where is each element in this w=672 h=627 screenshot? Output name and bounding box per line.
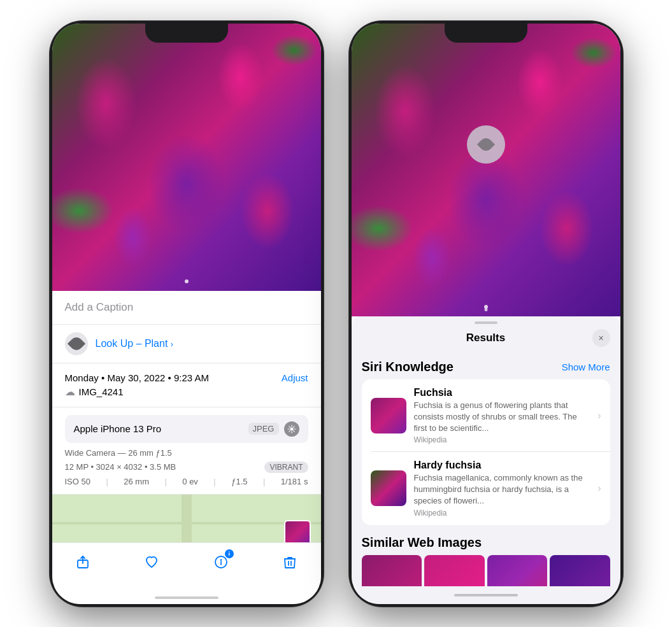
home-bar: [155, 596, 218, 599]
info-button[interactable]: i: [210, 551, 232, 574]
fuchsia-source: Wikipedia: [414, 435, 590, 444]
share-button[interactable]: [71, 551, 94, 574]
results-sheet: Results × Siri Knowledge Show More: [352, 316, 620, 604]
siri-knowledge-title: Siri Knowledge: [362, 360, 454, 374]
heart-button[interactable]: [140, 551, 163, 574]
filename: IMG_4241: [79, 386, 124, 397]
exif-iso: ISO 50: [65, 477, 90, 486]
exif-focal: 26 mm: [124, 477, 149, 486]
jpeg-badge: JPEG: [248, 423, 279, 435]
trash-button[interactable]: [278, 551, 301, 574]
device-row: Apple iPhone 13 Pro JPEG: [65, 415, 308, 443]
device-name: Apple iPhone 13 Pro: [74, 423, 162, 434]
specs-row: 12 MP • 3024 × 4032 • 3.5 MB VIBRANT: [65, 461, 308, 473]
caption-area[interactable]: Add a Caption: [52, 291, 321, 325]
phone-notch: [145, 21, 228, 43]
meta-date: Monday • May 30, 2022 • 9:23 AM: [65, 372, 209, 383]
fuchsia-name: Fuchsia: [414, 387, 590, 398]
siri-knowledge-header: Siri Knowledge Show More: [362, 360, 610, 374]
home-indicator-1: [52, 591, 321, 604]
similar-image-3[interactable]: [487, 555, 548, 586]
similar-image-1[interactable]: [362, 555, 422, 586]
similar-section: Similar Web Images: [362, 535, 610, 586]
fuchsia-thumbnail: [371, 398, 406, 433]
siri-bubble: [467, 125, 505, 164]
photo-area-1[interactable]: [52, 24, 321, 291]
hardy-source: Wikipedia: [414, 509, 590, 518]
exif-ev: 0 ev: [182, 477, 198, 486]
meta-file: ☁ IMG_4241: [65, 386, 308, 398]
device-badges: JPEG: [248, 421, 299, 437]
bottom-bar: i: [52, 542, 321, 591]
camera-specs: Wide Camera — 26 mm ƒ1.5: [65, 448, 308, 458]
map-preview[interactable]: [52, 495, 321, 542]
fuchsia-description: Fuchsia is a genus of flowering plants t…: [414, 400, 590, 435]
similar-title: Similar Web Images: [362, 535, 610, 550]
map-thumbnail: [284, 520, 311, 542]
vibrant-badge: VIBRANT: [264, 461, 308, 473]
hardy-thumb-img: [371, 470, 406, 506]
exif-shutter: 1/181 s: [281, 477, 308, 486]
map-roads: [52, 495, 321, 542]
svg-point-5: [220, 560, 221, 560]
hardy-chevron: ›: [597, 483, 601, 494]
siri-leaf-icon: [476, 135, 494, 153]
photo-dot-2: [484, 305, 488, 309]
photo-dot: [185, 279, 189, 283]
results-title: Results: [466, 332, 505, 344]
results-content: Siri Knowledge Show More Fuchsia Fuchsia…: [352, 352, 620, 586]
cloud-icon: ☁: [65, 386, 75, 398]
hardy-text: Hardy fuchsia Fuchsia magellanica, commo…: [414, 460, 590, 518]
similar-image-2[interactable]: [424, 555, 485, 586]
phone-notch-2: [445, 21, 527, 43]
fuchsia-thumb-img: [371, 398, 406, 433]
similar-image-4[interactable]: [550, 555, 610, 586]
lookup-icon: [65, 332, 88, 355]
home-indicator-2: [352, 586, 620, 604]
adjust-button[interactable]: Adjust: [282, 372, 308, 383]
meta-date-row: Monday • May 30, 2022 • 9:23 AM Adjust: [65, 372, 308, 383]
device-section: Apple iPhone 13 Pro JPEG Wide Camera — 2…: [52, 407, 321, 495]
leaf-icon: [67, 334, 85, 352]
meta-section: Monday • May 30, 2022 • 9:23 AM Adjust ☁…: [52, 363, 321, 407]
knowledge-item-fuchsia[interactable]: Fuchsia Fuchsia is a genus of flowering …: [362, 379, 610, 453]
settings-icon: [284, 421, 299, 437]
knowledge-item-hardy-fuchsia[interactable]: Hardy fuchsia Fuchsia magellanica, commo…: [362, 452, 610, 525]
results-header: Results ×: [352, 324, 620, 352]
svg-point-0: [290, 427, 293, 430]
similar-images: [362, 555, 610, 586]
flower-overlay: [52, 24, 321, 291]
exif-aperture: ƒ1.5: [231, 477, 247, 486]
caption-placeholder: Add a Caption: [65, 301, 134, 313]
home-bar-2: [454, 594, 518, 596]
fuchsia-text: Fuchsia Fuchsia is a genus of flowering …: [414, 387, 590, 445]
lookup-row[interactable]: Look Up – Plant ›: [52, 325, 321, 363]
lookup-label: Look Up – Plant ›: [96, 338, 174, 349]
flower-overlay-2: [352, 24, 620, 316]
phone-2: Results × Siri Knowledge Show More: [349, 21, 623, 607]
phone1-content: Add a Caption Look Up – Plant › Monday •…: [52, 291, 321, 542]
show-more-button[interactable]: Show More: [562, 362, 610, 372]
phone-1: Add a Caption Look Up – Plant › Monday •…: [50, 21, 324, 607]
hardy-thumbnail: [371, 470, 406, 506]
phone-screen-1: Add a Caption Look Up – Plant › Monday •…: [52, 24, 321, 604]
resolution: 12 MP • 3024 × 4032 • 3.5 MB: [65, 462, 176, 472]
fuchsia-chevron: ›: [597, 410, 601, 421]
phone-screen-2: Results × Siri Knowledge Show More: [352, 24, 620, 604]
info-badge: i: [225, 549, 234, 558]
photo-area-2[interactable]: [352, 24, 620, 316]
knowledge-card: Fuchsia Fuchsia is a genus of flowering …: [362, 379, 610, 525]
hardy-name: Hardy fuchsia: [414, 460, 590, 471]
hardy-description: Fuchsia magellanica, commonly known as t…: [414, 472, 590, 507]
close-button[interactable]: ×: [592, 329, 610, 347]
exif-row: ISO 50 | 26 mm | 0 ev | ƒ1.5 | 1/181 s: [65, 477, 308, 486]
